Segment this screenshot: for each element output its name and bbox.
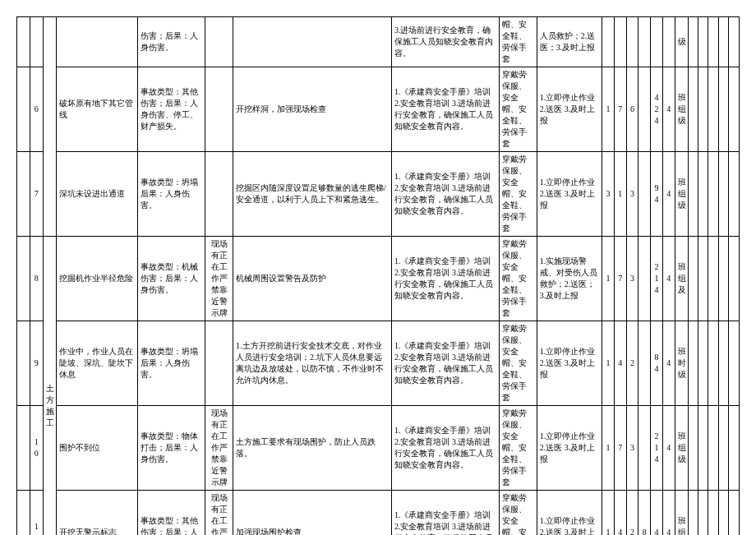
cell: 深坑未设进出通道 — [56, 152, 138, 237]
cell — [729, 152, 740, 237]
cell — [708, 67, 718, 152]
cell — [638, 237, 651, 321]
cell: 11 — [30, 491, 43, 536]
cell — [17, 17, 30, 67]
cell — [729, 17, 740, 67]
cell — [718, 406, 728, 491]
cell — [729, 321, 740, 406]
cell: 8 — [30, 237, 43, 321]
table-row: 11开挖无警示标志事故类型：其他伤害；后果：人身伤害。现场有正在工作严禁靠近警示… — [17, 491, 740, 536]
cell: 4 — [662, 491, 675, 536]
cell: 作业中，作业人员在陡坡、深坑、陡坎下休息 — [56, 321, 138, 406]
cell — [205, 17, 233, 67]
cell: 1 — [602, 237, 615, 321]
cell — [43, 17, 56, 237]
cell: 1.《承建商安全手册》培训 2.安全教育培训 3.进场前进行安全教育，确保施工人… — [391, 321, 500, 406]
cell — [233, 17, 392, 67]
cell: 1.立即停止作业 2.送医 3.及时上报 — [537, 152, 602, 237]
cell: 1.土方开挖前进行安全技术交底，对作业人员进行安全培训；2.坑下人员休息要远离坑… — [233, 321, 392, 406]
cell: 4 — [662, 152, 675, 237]
cell — [708, 17, 718, 67]
cell: 事故类型：其他伤害；后果：人身伤害。 — [138, 491, 205, 536]
cell — [688, 491, 698, 536]
cell — [729, 491, 740, 536]
cell: 事故类型：坍塌 后果：人身伤害。 — [138, 321, 205, 406]
cell: 开挖无警示标志 — [56, 491, 138, 536]
cell — [662, 17, 675, 67]
table-row: 8土方施工挖掘机作业半径危险事故类型：机械伤害；后果：人身伤害。现场有正在工作严… — [17, 237, 740, 321]
cell: 伤害；后果：人身伤害。 — [138, 17, 205, 67]
cell — [688, 152, 698, 237]
cell: 84 — [651, 321, 663, 406]
cell — [708, 237, 718, 321]
cell: 事故类型：物体打击；后果：人身伤害。 — [138, 406, 205, 491]
cell: 94 — [651, 152, 663, 237]
risk-assessment-table: 伤害；后果：人身伤害。3.进场前进行安全教育，确保施工人员知晓安全教育内容。帽、… — [16, 16, 740, 535]
cell: 班时级 — [675, 321, 688, 406]
cell — [708, 406, 718, 491]
cell: 4 — [614, 321, 626, 406]
cell — [698, 67, 708, 152]
cell — [638, 406, 651, 491]
cell: 土方施工 — [43, 237, 56, 536]
cell: 7 — [614, 67, 626, 152]
cell: 4 — [662, 321, 675, 406]
cell — [718, 67, 728, 152]
cell — [638, 67, 651, 152]
cell: 1 — [614, 152, 626, 237]
cell: 穿戴劳保服、安全帽、安全鞋、劳保手套 — [500, 491, 537, 536]
cell — [205, 67, 233, 152]
cell: 1.立即停止作业 2.送医 3.及时上报 — [537, 321, 602, 406]
cell: 级 — [675, 17, 688, 67]
cell: 挖掘机作业半径危险 — [56, 237, 138, 321]
cell — [638, 17, 651, 67]
cell: 班组级 — [675, 67, 688, 152]
cell — [614, 17, 626, 67]
cell: 穿戴劳保服、安全帽、安全鞋、劳保手套 — [500, 67, 537, 152]
cell: 4 — [662, 406, 675, 491]
cell — [718, 152, 728, 237]
cell: 班组级 — [675, 406, 688, 491]
cell — [708, 321, 718, 406]
cell — [56, 17, 138, 67]
cell — [205, 152, 233, 237]
cell: 8 — [638, 491, 651, 536]
cell: 1.《承建商安全手册》培训 2.安全教育培训 3.进场前进行安全教育，确保施工人… — [391, 406, 500, 491]
cell: 2 — [626, 491, 638, 536]
table-row: 6破坏原有地下其它管线事故类型：其他伤害；后果：人身伤害、停工、财产损失。开挖样… — [17, 67, 740, 152]
cell — [698, 152, 708, 237]
cell — [688, 17, 698, 67]
cell — [718, 237, 728, 321]
cell: 事故类型：其他伤害；后果：人身伤害、停工、财产损失。 — [138, 67, 205, 152]
cell — [688, 406, 698, 491]
cell — [729, 406, 740, 491]
cell: 1 — [602, 406, 615, 491]
cell — [17, 67, 30, 152]
cell: 214 — [651, 237, 663, 321]
cell: 3.进场前进行安全教育，确保施工人员知晓安全教育内容。 — [391, 17, 500, 67]
cell: 3 — [602, 152, 615, 237]
cell: 穿戴劳保服、安全帽、安全鞋、劳保手套 — [500, 152, 537, 237]
cell: 3 — [626, 152, 638, 237]
cell: 6 — [30, 67, 43, 152]
cell: 1.立即停止作业 2.送医 3.及时上报 — [537, 67, 602, 152]
cell: 424 — [651, 67, 663, 152]
cell — [17, 321, 30, 406]
cell — [651, 17, 663, 67]
cell: 2 — [626, 321, 638, 406]
cell: 1.实施现场警戒、对受伤人员救护；2.送医；3.及时上报 — [537, 237, 602, 321]
cell: 穿戴劳保服、安全帽、安全鞋、劳保手套 — [500, 406, 537, 491]
cell — [698, 321, 708, 406]
cell — [638, 321, 651, 406]
cell: 1 — [602, 67, 615, 152]
cell: 现场有正在工作严禁靠近警示牌 — [205, 491, 233, 536]
cell — [638, 152, 651, 237]
cell: 9 — [30, 321, 43, 406]
cell — [698, 406, 708, 491]
cell — [688, 321, 698, 406]
cell: 1.立即停止作业 2.送医 3.及时上报 — [537, 491, 602, 536]
cell — [718, 17, 728, 67]
cell — [626, 17, 638, 67]
cell — [729, 237, 740, 321]
cell — [718, 491, 728, 536]
